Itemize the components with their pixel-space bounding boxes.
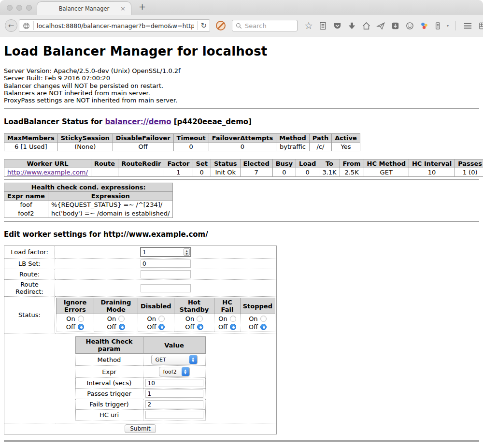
dropdown-caret-icon[interactable]: ▾ [447,24,449,28]
cell-load: 0 [296,168,319,177]
form-row-submit: Submit [4,423,277,434]
ignore-errors-off-radio[interactable] [78,324,84,330]
table-row: foof %{REQUEST_STATUS} =~ /^[234]/ [4,201,173,209]
load-factor-input[interactable] [141,249,184,256]
cell-factor: 1 [164,168,193,177]
hot-standby-off-radio[interactable] [197,324,203,330]
col-routeredir: RouteRedir [118,159,164,168]
hc-fail-off-radio[interactable] [230,324,236,330]
submit-button[interactable]: Submit [125,424,156,433]
radio-off-label: Off [218,323,227,331]
load-factor-label: Load factor: [4,246,55,259]
cell-expr-name: foof2 [4,209,48,218]
cell-from: 2.5K [340,168,364,177]
new-tab-button[interactable]: + [139,1,146,12]
divider [4,221,479,222]
tab-bar: Balancer Manager × + [0,0,483,14]
tab-balancer-manager[interactable]: Balancer Manager × [37,1,131,15]
cell-status: Init Ok [211,168,240,177]
form-row-health-check: Health Check param Value Method GET ▲▼ [4,333,277,423]
draining-mode-off-radio[interactable] [119,324,125,330]
stopped-on-radio[interactable] [260,316,267,322]
hot-standby-on-radio[interactable] [197,316,203,322]
number-stepper-icon[interactable]: ▲▼ [184,248,190,256]
menu-icon[interactable] [463,21,473,30]
reading-list-icon[interactable] [318,21,327,30]
disabled-on-radio[interactable] [158,316,165,322]
hc-method-select[interactable]: GET ▲▼ [151,355,198,364]
send-tab-icon[interactable] [376,21,385,30]
url-input[interactable] [37,22,194,29]
hc-passes-input[interactable] [145,390,203,398]
col-method: Method [276,134,309,143]
table-row: foof2 hc('body') =~ /domain is establish… [4,209,173,218]
close-tab-icon[interactable]: × [120,5,126,12]
back-button[interactable]: ← [5,19,17,32]
extension-dots-icon[interactable] [420,21,429,30]
balancer-link[interactable]: balancer://demo [105,117,171,126]
hc-row-uri: HC uri [75,410,205,420]
cell-expr-name: foof [4,201,48,209]
form-row-load-factor: Load factor: ▲▼ [4,246,277,259]
col-from: From [340,159,364,168]
radio-off-label: Off [185,323,194,331]
table-header-row: Worker URL Route RouteRedir Factor Set S… [4,159,483,168]
content-blocked-icon[interactable] [216,21,226,30]
worker-url-link[interactable]: http://www.example.com/ [7,169,88,176]
hc-method-label: Method [75,354,143,366]
divider [4,440,479,442]
form-row-lb-set: LB Set: [4,259,277,269]
route-redirect-label: Route Redirect: [4,280,55,297]
draining-mode-on-radio[interactable] [118,316,125,322]
save-page-icon[interactable] [391,21,400,30]
url-bar[interactable]: ↻ [19,19,210,32]
health-check-expressions-table: Health check cond. expressions: Expr nam… [4,183,173,218]
hc-expr-select[interactable]: foof2 ▲▼ [159,367,190,376]
ignore-errors-on-radio[interactable] [78,316,84,322]
hc-fail-on-radio[interactable] [230,316,236,322]
url-separator [197,21,198,30]
col-status: Status [211,159,240,168]
globe-icon [22,22,30,30]
hc-uri-input[interactable] [145,411,203,419]
cell-passes: 1 (0) [455,168,483,177]
cell-expression: hc('body') =~ /domain is established/ [48,209,173,218]
minimize-window-button[interactable] [16,5,22,11]
download-icon[interactable] [347,21,356,30]
disabled-off-radio[interactable] [158,324,165,330]
home-icon[interactable] [362,21,371,30]
cell-busy: 0 [272,168,296,177]
cell-failoverattempts: 0 [209,143,276,151]
chat-smiley-icon[interactable] [405,21,414,30]
maximize-window-button[interactable] [26,5,32,11]
search-input[interactable] [245,22,291,29]
hc-expr-label: Expr [75,366,143,378]
close-window-button[interactable] [7,5,13,11]
hc-fails-input[interactable] [145,400,203,408]
col-hc-interval: HC Interval [409,159,455,168]
keyboard-grid-icon[interactable] [478,21,483,30]
hc-interval-input[interactable] [145,379,203,387]
table-header-row: MaxMembers StickySession DisableFailover… [4,134,360,143]
col-disablefailover: DisableFailover [113,134,173,143]
search-bar[interactable] [232,20,298,31]
page-title: Load Balancer Manager for localhost [4,44,479,58]
form-row-route: Route: [4,269,277,280]
reload-icon[interactable]: ↻ [200,22,207,29]
col-elected: Elected [240,159,272,168]
radio-on-label: On [249,315,257,322]
hc-method-value: GET [156,357,166,363]
pocket-icon[interactable] [333,21,342,30]
route-input[interactable] [141,270,191,278]
navigation-toolbar: ← ↻ ☆ ▾ [0,14,483,37]
balancer-status-heading: LoadBalancer Status for balancer://demo … [4,117,479,126]
hc-passes-label: Passes trigger [75,389,143,399]
col-active: Active [332,134,360,143]
stopped-off-radio[interactable] [260,324,267,330]
route-label: Route: [4,269,55,280]
bookmark-star-icon[interactable]: ☆ [304,21,313,30]
route-redirect-input[interactable] [141,284,191,292]
battery-extension-icon[interactable] [434,21,441,30]
cell-timeout: 0 [173,143,209,151]
lb-set-input[interactable] [141,260,191,268]
